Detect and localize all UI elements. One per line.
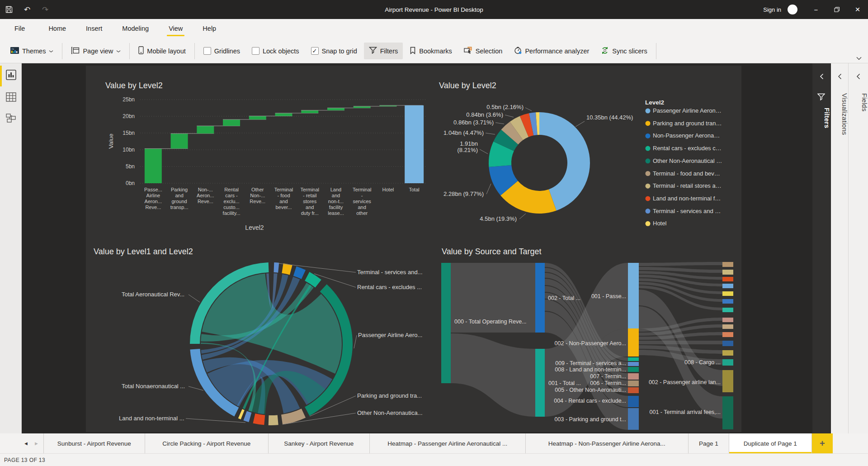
page-tab-7[interactable]: Duplicate of Page 1 <box>729 433 812 453</box>
menu-tab-home[interactable]: Home <box>47 23 67 35</box>
close-button[interactable]: × <box>847 0 868 19</box>
sankey-node[interactable] <box>628 408 639 430</box>
page-tab-5[interactable]: Heatmap - Non-Passenger Airline Aerona..… <box>525 433 688 453</box>
toolbar-button-sync-slicers[interactable]: Sync slicers <box>596 43 652 60</box>
toolbar-button-mobile-layout[interactable]: Mobile layout <box>133 42 190 60</box>
new-page-button[interactable]: + <box>812 433 833 453</box>
sankey-node[interactable] <box>535 349 545 417</box>
next-page-arrow[interactable]: ► <box>34 441 39 446</box>
expand-filters-icon[interactable] <box>812 73 830 81</box>
visual-waterfall-chart[interactable]: Value by Level20bn5bn10bn15bn20bn25bnVal… <box>88 68 436 233</box>
sankey-node[interactable] <box>722 324 733 329</box>
menu-tab-modeling[interactable]: Modeling <box>121 23 150 35</box>
toolbar-button-performance-analyzer[interactable]: Performance analyzer <box>509 43 594 60</box>
page-tab-4[interactable]: Heatmap - Passenger Airline Aeronautical… <box>369 433 525 453</box>
report-page[interactable]: Value by Level20bn5bn10bn15bn20bn25bnVal… <box>86 66 741 432</box>
visualizations-pane-collapsed[interactable]: Visualizations <box>830 63 848 433</box>
chord-arc[interactable] <box>243 411 251 422</box>
waterfall-bar[interactable] <box>327 108 344 110</box>
toolbar-button-page-view[interactable]: Page view <box>66 43 126 60</box>
save-icon[interactable] <box>0 0 18 19</box>
sankey-node[interactable] <box>628 396 639 407</box>
sankey-node[interactable] <box>628 367 639 372</box>
visual-chord-diagram[interactable]: Value by Level1 and Level2Total Aeronaut… <box>88 240 436 430</box>
collapse-ribbon-icon[interactable] <box>856 54 862 62</box>
sankey-node[interactable] <box>441 263 451 383</box>
legend-swatch[interactable] <box>646 158 651 163</box>
redo-icon[interactable]: ↷ <box>36 0 54 19</box>
visual-sankey-diagram[interactable]: Value by Source and Target000 - Total Op… <box>436 240 744 430</box>
undo-icon[interactable]: ↶ <box>18 0 36 19</box>
page-tab-2[interactable]: Circle Packing - Airport Revenue <box>145 433 268 453</box>
chord-arc[interactable] <box>253 414 265 425</box>
sankey-node[interactable] <box>722 291 733 296</box>
page-view-dropdown-icon[interactable] <box>116 49 121 53</box>
visual-donut-chart[interactable]: Value by Level210.35bn (44.42%)4.5bn (19… <box>436 68 744 233</box>
waterfall-bar[interactable] <box>171 133 188 148</box>
waterfall-bar[interactable] <box>249 116 266 119</box>
sankey-node[interactable] <box>628 373 639 380</box>
toolbar-button-selection[interactable]: Selection <box>459 43 508 59</box>
sankey-node[interactable] <box>722 270 733 275</box>
waterfall-total-bar[interactable] <box>405 105 424 183</box>
sankey-node[interactable] <box>628 380 639 386</box>
sankey-node[interactable] <box>628 362 639 366</box>
waterfall-bar[interactable] <box>301 110 318 113</box>
legend-swatch[interactable] <box>646 221 651 226</box>
legend-swatch[interactable] <box>646 184 651 189</box>
sankey-node[interactable] <box>722 284 733 288</box>
page-tab-6[interactable]: Page 1 <box>688 433 729 453</box>
sankey-node[interactable] <box>628 387 639 393</box>
toolbar-button-lock-objects[interactable]: Lock objects <box>247 43 304 59</box>
restore-button[interactable] <box>826 0 847 19</box>
waterfall-bar[interactable] <box>275 113 292 116</box>
page-tab-1[interactable]: Sunburst - Airport Revenue <box>43 433 145 453</box>
waterfall-bar[interactable] <box>354 106 371 108</box>
sankey-node[interactable] <box>722 262 733 267</box>
page-tab-3[interactable]: Sankey - Airport Revenue <box>268 433 369 453</box>
menu-tab-help[interactable]: Help <box>202 23 217 35</box>
legend-swatch[interactable] <box>646 171 651 176</box>
toolbar-button-snap-to-grid[interactable]: ✓Snap to grid <box>306 43 362 59</box>
legend-swatch[interactable] <box>646 133 651 138</box>
chord-arc[interactable] <box>282 263 292 275</box>
menu-tab-view[interactable]: View <box>168 23 184 35</box>
toolbar-button-filters[interactable]: Filters <box>364 43 403 59</box>
report-view-icon[interactable] <box>5 69 17 81</box>
legend-swatch[interactable] <box>646 209 651 214</box>
waterfall-bar[interactable] <box>197 126 214 133</box>
legend-swatch[interactable] <box>646 121 651 126</box>
model-view-icon[interactable] <box>5 112 17 124</box>
toolbar-button-gridlines[interactable]: Gridlines <box>198 43 245 59</box>
chord-arc[interactable] <box>238 409 245 419</box>
avatar[interactable] <box>788 5 797 14</box>
menu-tab-file[interactable]: File <box>14 23 26 35</box>
prev-page-arrow[interactable]: ◄ <box>24 441 28 446</box>
fields-pane-collapsed[interactable]: Fields <box>848 63 868 433</box>
sankey-node[interactable] <box>722 318 733 322</box>
sankey-node[interactable] <box>722 299 733 304</box>
sankey-node[interactable] <box>722 332 733 337</box>
expand-visualizations-icon[interactable] <box>831 73 848 81</box>
sankey-node[interactable] <box>722 359 733 366</box>
snap-to-grid-checkbox[interactable]: ✓ <box>311 47 319 55</box>
sign-in-link[interactable]: Sign in <box>763 6 781 13</box>
sankey-node[interactable] <box>628 357 639 361</box>
lock-objects-checkbox[interactable] <box>252 47 259 55</box>
toolbar-button-themes[interactable]: AaThemes <box>5 43 58 59</box>
sankey-node[interactable] <box>722 277 733 281</box>
waterfall-bar[interactable] <box>223 119 240 126</box>
themes-dropdown-icon[interactable] <box>49 49 53 53</box>
filters-pane-collapsed[interactable]: Filters <box>812 63 830 433</box>
chord-arc[interactable] <box>274 262 279 273</box>
legend-swatch[interactable] <box>646 109 651 114</box>
expand-fields-icon[interactable] <box>849 73 868 81</box>
data-view-icon[interactable] <box>5 91 17 103</box>
sankey-node[interactable] <box>628 328 639 357</box>
chord-arc[interactable] <box>269 415 278 425</box>
minimize-button[interactable]: − <box>806 0 826 19</box>
sankey-node[interactable] <box>535 263 545 333</box>
sankey-node[interactable] <box>722 396 733 429</box>
toolbar-button-bookmarks[interactable]: Bookmarks <box>405 43 457 60</box>
sankey-node[interactable] <box>722 341 733 346</box>
